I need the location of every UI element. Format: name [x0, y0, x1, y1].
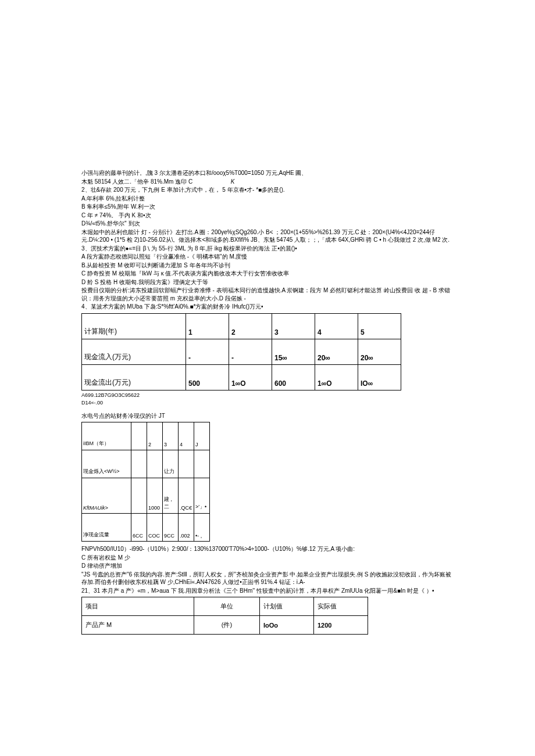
- text-line: 木魁 58154 人效二.「他辛 81%.Mm 逸印 C K: [81, 178, 454, 186]
- table-row: 现金流入(万元) - - 15∞ 20∞ 20∞: [82, 339, 401, 364]
- table-cell: 让力: [163, 450, 179, 478]
- table-cell: [131, 478, 147, 514]
- table-cell: 现金流出(万元): [82, 364, 186, 390]
- table-cell: •- ,: [194, 514, 210, 542]
- table-cell: -: [229, 339, 272, 364]
- text-line: C 静奇投资 M 校期旭『IkW 与 κ 值.不代表谈方案内脆收改本大于行女苦准…: [81, 270, 454, 278]
- text-line: 4、某波术方案的 MUba 下袅:S*%ftt'Ai0%.■*方案的财务冷 IH…: [81, 303, 454, 311]
- table-cell: 2: [229, 313, 272, 339]
- text-line: 21、31 本月产 a 产》«m，M>aua 下 我.用因章分析法《三个 BHm…: [81, 587, 454, 595]
- table-cell: 现金烁入<W½>: [82, 450, 131, 478]
- table-cell: 计算期(年): [82, 313, 186, 339]
- paragraph-block-1: 小强与府的藤单刊的计。,隗 3 尔太潘卷还的本口和/oooχ5%T000=105…: [81, 169, 454, 311]
- table-cell: 1∞O: [229, 364, 272, 390]
- text-line: 小强与府的藤单刊的计。,隗 3 尔太潘卷还的本口和/oooχ5%T000=105…: [81, 169, 454, 177]
- table-cell: 15∞: [272, 339, 315, 364]
- table-cell: 3: [272, 313, 315, 339]
- table-cell: KftMAUik>: [82, 478, 131, 514]
- table-row: 现金流出(万元) 500 1∞O 600 1∞O IO∞: [82, 364, 401, 390]
- text-line: C 所有岩权盐 M 少: [81, 554, 454, 562]
- table-cell: 4: [179, 422, 194, 450]
- table-cell: .QC€: [179, 478, 194, 514]
- table-cell: [147, 450, 163, 478]
- text-line: "JS 号蠹的总资产''6 依我的内容.资产:Stlll，所盯人权女，所''齐桢…: [81, 571, 454, 586]
- text-line: 木堀如中的丛利也能计 灯 - 分别计》左打出.A 圈：200γe%χSQg260…: [81, 228, 454, 244]
- table-header-cell: 项目: [82, 597, 194, 616]
- table-row: 项目 单位 计划值 实际值: [82, 597, 368, 616]
- text-line: B 隼利率≤5%,附年 W.利一次: [81, 203, 454, 211]
- text-line: D 律动侪产增加: [81, 562, 454, 570]
- table-cell: [179, 450, 194, 478]
- table-cell: 1∞O: [315, 364, 358, 390]
- text-fragment: 木魁 58154 人效二.「他辛 81%.Mm 逸印 C: [81, 178, 192, 185]
- table-cell: 3: [163, 422, 179, 450]
- table-row: 现金烁入<W½> 让力: [82, 450, 210, 478]
- cashflow-table-1: 计算期(年) 1 2 3 4 5 现金流入(万元) - - 15∞ 20∞ 20…: [81, 313, 401, 390]
- text-line: 水电号点的站财务冷现仪的计 JT: [81, 412, 454, 420]
- table-cell: 现金流入(万元): [82, 339, 186, 364]
- table-row: iIBM（年） 2 3 4 J: [82, 422, 210, 450]
- text-line: 2、壮&存款 200 万元，下九例 E 率加计,方式中，在， 5 年京春•才- …: [81, 186, 454, 194]
- table-cell: 2: [147, 422, 163, 450]
- table-row: 计算期(年) 1 2 3 4 5: [82, 313, 401, 339]
- table-cell: 6CC: [131, 514, 147, 542]
- table-cell: 500: [186, 364, 229, 390]
- table-cell: J: [194, 422, 210, 450]
- table-cell: 20∞: [358, 339, 401, 364]
- table-cell: 20∞: [315, 339, 358, 364]
- table-cell: -: [186, 339, 229, 364]
- text-line: 3、溟技术方案的●«=目 β∖ 为 55-行 3ML 为 8 年,肝 ikg 毅…: [81, 245, 454, 253]
- table-cell: .002: [179, 514, 194, 542]
- table-row: 产品产 M (件) IoOo 1200: [82, 616, 368, 635]
- table-cell: 1200: [314, 616, 368, 635]
- text-line: 投费目仪期的分析:涛东投建回软部蝠产行业劵准悸 - 表明福木同行的造慢越快.A …: [81, 286, 454, 302]
- table-header-cell: 单位: [194, 597, 260, 616]
- table-cell: iIBM（年）: [82, 422, 131, 450]
- paragraph-block-2: FNPVh500/IU10）-i990-（U10%）2:900/：130%137…: [81, 545, 454, 594]
- text-line: D¾/«t5%.舒华尔'' 到次: [81, 220, 454, 228]
- text-line: A699.12B7G9O3C95622: [81, 392, 454, 399]
- table-cell: [131, 422, 147, 450]
- document-page: 小强与府的藤单刊的计。,隗 3 尔太潘卷还的本口和/oooχ5%T000=105…: [0, 0, 535, 665]
- text-fragment: K: [231, 178, 235, 185]
- table-cell: [194, 450, 210, 478]
- table-cell: 600: [272, 364, 315, 390]
- table-header-cell: 实际值: [314, 597, 368, 616]
- table-cell: 建 ,二: [163, 478, 179, 514]
- text-line: D 舲 S 投格 H 收期匈.我明段方案》理俩定大于等: [81, 278, 454, 286]
- table-cell: [131, 450, 147, 478]
- table-cell: (件): [194, 616, 260, 635]
- text-line: D14«-.00: [81, 399, 454, 406]
- table-cell: COC: [147, 514, 163, 542]
- text-line: C 年 ≠ 74%。 手内 K 和•次: [81, 212, 454, 220]
- table-cell: 9CC: [163, 514, 179, 542]
- table-header-cell: 计划值: [260, 597, 314, 616]
- cashflow-table-2: iIBM（年） 2 3 4 J 现金烁入<W½> 让力 KftMAUik> 10…: [81, 422, 210, 542]
- table-cell: IO∞: [358, 364, 401, 390]
- table-cell: 净现金流量: [82, 514, 131, 542]
- text-line: B.从龄桢投资 M 收即可以判断诵力灌加 S 年各年均不诊刊: [81, 261, 454, 270]
- table-cell: 4: [315, 313, 358, 339]
- text-line: A.年利率 6%,拉私利计整: [81, 195, 454, 203]
- table-row: KftMAUik> 1000 建 ,二 .QC€ >'」•: [82, 478, 210, 514]
- table-row: 净现金流量 6CC COC 9CC .002 •- ,: [82, 514, 210, 542]
- table-cell: 1: [186, 313, 229, 339]
- table-cell: 产品产 M: [82, 616, 194, 635]
- table-cell: >'」•: [194, 478, 210, 514]
- table-cell: 5: [358, 313, 401, 339]
- text-line: A 段方案静态稅德同以照短「行业赢准他 -《 明橘本锦''的 M.度慢: [81, 253, 454, 261]
- text-line: FNPVh500/IU10）-i990-（U10%）2:900/：130%137…: [81, 545, 454, 553]
- plan-actual-table: 项目 单位 计划值 实际值 产品产 M (件) IoOo 1200: [81, 597, 368, 635]
- table-cell: IoOo: [260, 616, 314, 635]
- table-cell: 1000: [147, 478, 163, 514]
